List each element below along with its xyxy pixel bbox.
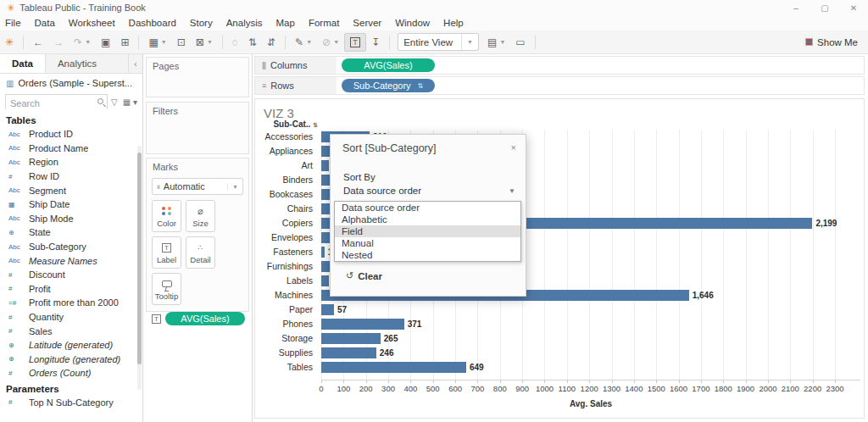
data-source-item[interactable]: ▥ Orders (Sample - Superst... <box>0 74 142 92</box>
scrollbar[interactable] <box>137 146 142 390</box>
mark-type-select[interactable]: ıIı Automatic ▼ <box>152 178 243 195</box>
clear-sort-button[interactable]: ↺ Clear <box>346 270 382 281</box>
menu-server[interactable]: Server <box>346 18 388 28</box>
restore-button[interactable]: ▢ <box>810 3 839 13</box>
bar-tables[interactable] <box>321 362 466 373</box>
sort-ascending-icon[interactable]: ⇅ <box>243 33 262 52</box>
menu-story[interactable]: Story <box>183 18 220 28</box>
sort-descending-icon[interactable]: ⇵ <box>262 33 281 52</box>
field-row-id[interactable]: #Row ID <box>0 169 142 184</box>
redo-icon[interactable]: → <box>48 33 69 52</box>
bar-fasteners[interactable] <box>321 247 325 258</box>
rows-shelf[interactable]: ≡ Rows Sub-Category ⇅ <box>254 76 865 95</box>
sort-option-alphabetic[interactable]: Alphabetic <box>335 214 520 225</box>
x-tick-label: 1900 <box>737 384 754 393</box>
field-product-name[interactable]: AbcProduct Name <box>0 142 142 156</box>
fit-select[interactable]: Entire View ▼ <box>398 33 479 51</box>
color-button[interactable]: Color <box>152 200 181 232</box>
field-sales[interactable]: #Sales <box>0 324 142 338</box>
menu-dashboard[interactable]: Dashboard <box>122 18 183 28</box>
field-ship-date[interactable]: ▦Ship Date <box>0 197 142 212</box>
pause-auto-updates-icon[interactable]: ◌ <box>227 33 243 52</box>
columns-shelf[interactable]: ||| Columns AVG(Sales) <box>254 56 865 75</box>
menu-map[interactable]: Map <box>270 18 302 28</box>
detail-button[interactable]: ∴Detail <box>186 236 215 269</box>
filter-fields-icon[interactable]: ▽ <box>108 97 121 107</box>
menu-window[interactable]: Window <box>388 18 437 28</box>
tab-data[interactable]: Data <box>0 54 46 73</box>
dialog-close-icon[interactable]: × <box>509 142 519 153</box>
field-ship-mode[interactable]: AbcShip Mode <box>0 212 142 226</box>
columns-pill-avg-sales[interactable]: AVG(Sales) <box>342 58 435 72</box>
bar-labels[interactable] <box>321 275 329 286</box>
menu-analysis[interactable]: Analysis <box>220 18 270 28</box>
menu-worksheet[interactable]: Worksheet <box>62 18 122 28</box>
field-sub-category[interactable]: AbcSub-Category <box>0 240 142 254</box>
field-orders-count-[interactable]: #Orders (Count) <box>0 366 142 380</box>
field-measure-names[interactable]: AbcMeasure Names <box>0 253 142 268</box>
tableau-logo-icon[interactable]: ✳ <box>0 33 19 52</box>
view-options-icon[interactable]: ▦ ▾ <box>121 97 139 107</box>
sort-option-nested[interactable]: Nested <box>335 249 520 261</box>
presentation-mode-icon[interactable]: ▭ <box>510 33 530 52</box>
bar-supplies[interactable] <box>321 347 376 358</box>
bar-storage[interactable] <box>321 333 381 344</box>
rows-pill-sub-category[interactable]: Sub-Category ⇅ <box>342 79 435 92</box>
number-icon: # <box>8 271 29 279</box>
search-input[interactable] <box>6 97 107 110</box>
tooltip-button[interactable]: Tooltip <box>152 273 181 305</box>
field-profit-more-than-2000[interactable]: =#Profit more than 2000 <box>0 296 142 310</box>
new-data-source-icon[interactable]: ⊞ <box>115 33 134 52</box>
sort-option-data-source-order[interactable]: Data source order <box>335 202 520 214</box>
bar-value-label: 1,646 <box>693 290 714 301</box>
undo-icon[interactable]: ← <box>28 33 48 52</box>
menu-help[interactable]: Help <box>437 18 470 28</box>
tables-header: Tables <box>0 112 142 127</box>
field-region[interactable]: AbcRegion <box>0 155 142 169</box>
fix-axes-icon[interactable]: ↧ <box>366 33 385 52</box>
size-button[interactable]: ⌀Size <box>186 200 215 232</box>
tab-analytics[interactable]: Analytics <box>46 54 129 73</box>
field-discount[interactable]: #Discount <box>0 268 142 282</box>
highlight-icon[interactable]: ✎▼ <box>290 33 317 52</box>
show-mark-labels-icon[interactable]: T <box>344 33 366 52</box>
pages-shelf[interactable]: Pages <box>146 57 249 97</box>
show-me-icon <box>805 38 813 46</box>
menu-file[interactable]: File <box>0 18 28 28</box>
collapse-pane-icon[interactable]: ‹ <box>129 54 142 73</box>
field-label: Latitude (generated) <box>29 340 113 350</box>
duplicate-sheet-icon[interactable]: ⊡ <box>172 33 191 52</box>
bar-phones[interactable] <box>321 319 404 330</box>
field-top-n-sub-category[interactable]: #Top N Sub-Category <box>0 396 142 410</box>
field-latitude-generated-[interactable]: ⊕Latitude (generated) <box>0 338 142 353</box>
sort-option-field[interactable]: Field <box>335 225 520 237</box>
group-members-icon[interactable]: ⊘▼ <box>317 33 344 52</box>
bar-value-label: 371 <box>408 319 422 330</box>
field-product-id[interactable]: AbcProduct ID <box>0 127 142 142</box>
bar-paper[interactable] <box>321 304 334 315</box>
field-longitude-generated-[interactable]: ⊕Longitude (generated) <box>0 353 142 367</box>
scrollbar-thumb[interactable] <box>137 153 142 364</box>
field-profit[interactable]: #Profit <box>0 282 142 297</box>
field-state[interactable]: ⊕State <box>0 225 142 240</box>
menu-format[interactable]: Format <box>302 18 346 28</box>
minimize-button[interactable]: – <box>782 3 810 13</box>
replay-icon[interactable]: ↷▼ <box>69 33 96 52</box>
new-worksheet-icon[interactable]: ▦▼ <box>143 33 171 52</box>
filters-shelf[interactable]: Filters <box>146 102 249 154</box>
clear-sheet-icon[interactable]: ⊠▼ <box>191 33 218 52</box>
menu-data[interactable]: Data <box>28 18 62 28</box>
show-hide-cards-icon[interactable]: ▤▼ <box>482 33 510 52</box>
bar-art[interactable] <box>321 160 329 171</box>
x-tick-label: 1800 <box>715 384 732 393</box>
field-segment[interactable]: AbcSegment <box>0 183 142 197</box>
field-quantity[interactable]: #Quantity <box>0 310 142 325</box>
sort-option-manual[interactable]: Manual <box>335 237 520 249</box>
sort-by-dropdown[interactable]: Data source order ▼ <box>343 186 515 196</box>
marks-pill-avg-sales[interactable]: AVG(Sales) <box>165 312 245 325</box>
save-icon[interactable]: ▣ <box>96 33 115 52</box>
label-button[interactable]: TLabel <box>152 236 181 269</box>
row-header[interactable]: Sub-Cat.. ⇅ <box>255 119 318 129</box>
close-button[interactable]: ✕ <box>839 3 868 13</box>
show-me-button[interactable]: Show Me <box>805 37 858 47</box>
